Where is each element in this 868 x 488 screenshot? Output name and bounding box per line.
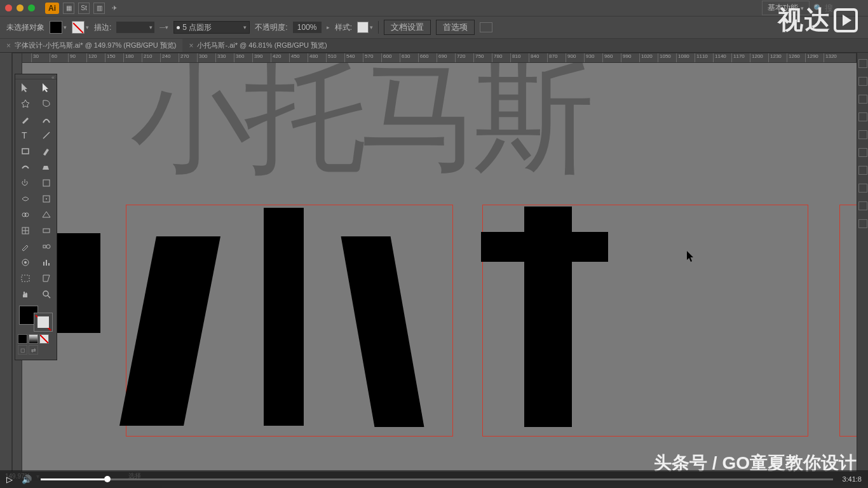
- document-tab[interactable]: × 小托马斯-.ai* @ 46.81% (RGB/GPU 预览): [182, 39, 333, 52]
- minimize-window-icon[interactable]: [17, 4, 24, 11]
- collapse-icon[interactable]: «: [51, 74, 55, 79]
- opacity-input[interactable]: [293, 22, 322, 33]
- color-mode-icon[interactable]: [18, 334, 27, 344]
- panel-icon[interactable]: [858, 77, 867, 86]
- video-control-bar: ▷ 🔊 3:41:8: [0, 470, 868, 488]
- stock-icon[interactable]: St: [78, 3, 90, 14]
- type-tool[interactable]: T: [15, 127, 36, 143]
- panel-icon[interactable]: [858, 148, 867, 157]
- line-tool[interactable]: [36, 127, 57, 143]
- control-bar: 未选择对象 ▾ ▾ 描边: ▾ —▾ 5 点圆形 ▾ 不透明度: ▸ 样式: ▾…: [0, 16, 868, 39]
- panel-icon[interactable]: [858, 184, 867, 193]
- panel-icon[interactable]: [858, 219, 867, 228]
- artboard-outline: [839, 205, 857, 437]
- svg-text:T: T: [22, 130, 27, 140]
- panel-icon[interactable]: [858, 112, 867, 121]
- maximize-window-icon[interactable]: [28, 4, 35, 11]
- column-graph-tool[interactable]: [36, 254, 57, 270]
- close-tab-icon[interactable]: ×: [189, 41, 193, 50]
- progress-bar[interactable]: [41, 478, 833, 480]
- reference-text: 小托马斯: [130, 63, 588, 200]
- horizontal-ruler[interactable]: 0306090120150180210240270300330360390420…: [12, 53, 857, 63]
- width-tool[interactable]: [15, 191, 36, 207]
- volume-icon[interactable]: 🔊: [22, 475, 32, 484]
- vector-shape[interactable]: [264, 208, 304, 426]
- align-to-icon[interactable]: [480, 22, 492, 32]
- graphic-style[interactable]: ▾: [357, 22, 373, 33]
- arrange-docs-icon[interactable]: ▥: [93, 3, 105, 14]
- close-window-icon[interactable]: [5, 4, 12, 11]
- svg-rect-19: [22, 275, 29, 281]
- normal-screen-mode-icon[interactable]: ◻: [18, 345, 27, 355]
- opacity-label: 不透明度:: [255, 22, 287, 33]
- curvature-tool[interactable]: [36, 111, 57, 127]
- gradient-mode-icon[interactable]: [29, 334, 38, 344]
- svg-point-15: [24, 261, 27, 264]
- rectangle-tool[interactable]: [15, 143, 36, 159]
- blend-tool[interactable]: [36, 238, 57, 254]
- scale-tool[interactable]: [36, 175, 57, 191]
- mesh-tool[interactable]: [15, 222, 36, 238]
- brand-text: 视达: [778, 3, 831, 37]
- toolbox: « T ◻ ⇄: [15, 74, 57, 360]
- zoom-tool[interactable]: [36, 286, 57, 302]
- right-dock: [857, 53, 868, 472]
- gradient-tool[interactable]: [36, 222, 57, 238]
- symbol-sprayer-tool[interactable]: [15, 254, 36, 270]
- chevron-down-icon: ▾: [243, 24, 247, 30]
- canvas[interactable]: 小托马斯: [22, 63, 857, 472]
- svg-rect-18: [48, 263, 50, 266]
- video-timestamp: 3:41:8: [842, 475, 862, 483]
- slice-tool[interactable]: [36, 270, 57, 286]
- panel-icon[interactable]: [858, 130, 867, 139]
- opacity-chevron-icon[interactable]: ▸: [327, 24, 330, 30]
- eyedropper-tool[interactable]: [15, 238, 36, 254]
- lasso-tool[interactable]: [36, 95, 57, 111]
- stroke-swatch[interactable]: [34, 313, 53, 332]
- none-mode-icon[interactable]: [39, 334, 49, 344]
- free-transform-tool[interactable]: [36, 191, 57, 207]
- stroke-color[interactable]: ▾: [72, 21, 89, 34]
- paintbrush-tool[interactable]: [36, 143, 57, 159]
- screen-mode-switch-icon[interactable]: ⇄: [29, 345, 38, 355]
- hand-tool[interactable]: [15, 286, 36, 302]
- shape-builder-tool[interactable]: [15, 207, 36, 222]
- artboard-tool[interactable]: [15, 270, 36, 286]
- eraser-tool[interactable]: [36, 159, 57, 175]
- panel-icon[interactable]: [858, 201, 867, 210]
- fill-color[interactable]: ▾: [50, 21, 67, 34]
- svg-rect-12: [43, 245, 46, 248]
- document-tab-bar: × 字体设计-小托马斯.ai* @ 149.97% (RGB/GPU 预览) ×…: [0, 39, 868, 53]
- document-setup-button[interactable]: 文档设置: [384, 20, 431, 35]
- preferences-button[interactable]: 首选项: [436, 20, 475, 35]
- bridge-icon[interactable]: ▦: [63, 3, 74, 14]
- rotate-tool[interactable]: [15, 175, 36, 191]
- tab-label: 小托马斯-.ai* @ 46.81% (RGB/GPU 预览): [197, 41, 327, 50]
- panel-icon[interactable]: [858, 166, 867, 175]
- stroke-profile-dd[interactable]: —▾: [159, 24, 168, 30]
- gpu-icon[interactable]: ✈: [109, 3, 120, 14]
- close-tab-icon[interactable]: ×: [6, 41, 11, 50]
- style-label: 样式:: [335, 22, 352, 33]
- panel-icon[interactable]: [858, 95, 867, 104]
- fill-stroke-control[interactable]: [18, 304, 54, 333]
- svg-rect-11: [43, 229, 50, 233]
- svg-point-20: [43, 291, 48, 296]
- magic-wand-tool[interactable]: [15, 95, 36, 111]
- perspective-tool[interactable]: [36, 207, 57, 222]
- shaper-tool[interactable]: [15, 159, 36, 175]
- progress-knob[interactable]: [104, 476, 111, 482]
- mouse-cursor-icon: [687, 251, 696, 265]
- panel-icon[interactable]: [858, 59, 867, 68]
- selection-tool[interactable]: [15, 79, 36, 95]
- titlebar: Ai ▦ St ▥ ✈ 基本功能 ▾ 🔍: [0, 0, 868, 16]
- chevron-down-icon: ▾: [86, 24, 89, 30]
- vector-shape[interactable]: [481, 232, 608, 262]
- brush-definition[interactable]: 5 点圆形 ▾: [173, 21, 250, 34]
- document-tab[interactable]: × 字体设计-小托马斯.ai* @ 149.97% (RGB/GPU 预览): [0, 39, 182, 52]
- stroke-weight-input[interactable]: ▾: [116, 22, 154, 33]
- pen-tool[interactable]: [15, 111, 36, 127]
- play-icon[interactable]: ▷: [6, 475, 13, 484]
- window-controls: [5, 4, 35, 11]
- direct-selection-tool[interactable]: [36, 79, 57, 95]
